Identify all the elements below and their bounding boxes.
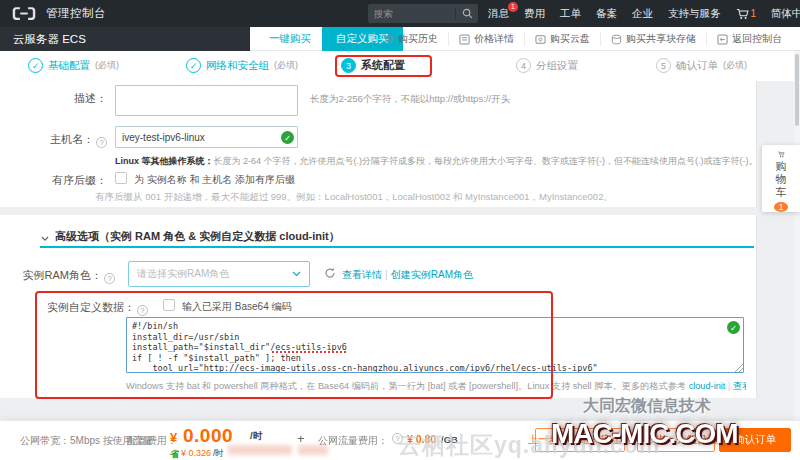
hostname-hint: 长度为 2-64 个字符，允许使用点号(.)分隔字符成多段，每段允许使用大小写字… <box>214 156 756 166</box>
userdata-label: 实例自定义数据：? <box>0 300 148 316</box>
config-fee-amount: 0.000 <box>183 425 233 447</box>
link-separator: | <box>385 269 388 280</box>
advanced-section-title[interactable]: 高级选项（实例 RAM 角色 & 实例自定义数据 cloud-init） <box>55 229 340 244</box>
nav-support[interactable]: 支持与服务 <box>668 7 721 21</box>
step-label: 系统配置 <box>361 58 405 73</box>
wizard-steps: ✓ 基础配置 (必填) ✓ 网络和安全组 (必填) 3 系统配置 4 分组设置 … <box>0 51 800 81</box>
link-label: 购买共享块存储 <box>626 32 696 46</box>
step-label: 确认订单 <box>676 59 718 73</box>
traffic-fee-label: 公网流量费用： <box>318 434 388 448</box>
currency-symbol: ¥ <box>170 430 177 445</box>
step-system-config[interactable]: 3 系统配置 <box>341 58 405 73</box>
save-tag: 省 <box>170 448 179 460</box>
system-config-card: 描述： 长度为2-256个字符，不能以http://或https://开头 主机… <box>0 81 757 207</box>
spellcheck-underline <box>272 351 348 353</box>
base64-checkbox[interactable] <box>163 299 175 311</box>
hostname-label: 主机名：? <box>0 132 107 148</box>
nav-messages-label: 消息 <box>488 7 509 19</box>
ram-links: 查看详情 | 创建实例RAM角色 <box>342 268 473 282</box>
header-links: 购买历史 价格详情 购买云盘 购买共享块存储 返回控制台 <box>372 27 792 51</box>
help-icon[interactable]: ? <box>392 433 403 444</box>
next-step-button[interactable]: 下一步：分组设置 <box>637 428 715 452</box>
step-network-security[interactable]: ✓ 网络和安全组 (必填) <box>186 58 298 73</box>
link-buy-shared-storage[interactable]: 购买共享块存储 <box>601 32 707 46</box>
view-details-link[interactable]: 查看详情 <box>733 381 746 391</box>
aliyun-logo-icon[interactable] <box>12 6 36 21</box>
cart-side-tab[interactable]: 购物车 1 <box>762 145 800 212</box>
link-price-details[interactable]: 价格详情 <box>449 32 525 46</box>
section-underline <box>40 246 754 248</box>
step-done-check-icon: ✓ <box>28 58 43 73</box>
cart-icon <box>772 151 791 158</box>
watermark-company: 大同宏微信息技术 <box>583 396 711 417</box>
ordered-suffix-text: 为 实例名称 和 主机名 添加有序后缀 <box>134 173 295 187</box>
price-doc-icon <box>459 34 470 45</box>
step-required-tag: (必填) <box>723 59 747 72</box>
back-arrow-icon <box>717 34 728 45</box>
ram-view-details-link[interactable]: 查看详情 <box>342 269 382 280</box>
description-hint: 长度为2-256个字符，不能以http://或https://开头 <box>310 93 510 106</box>
userdata-hint: Windows 支持 bat 和 powershell 两种格式，在 Base6… <box>126 381 689 391</box>
topbar: 管理控制台 消息 1 费用 工单 备案 企业 支持与服务 1 简体中文 <box>0 0 800 27</box>
step-required-tag: (必填) <box>274 59 298 72</box>
nav-billing[interactable]: 费用 <box>524 7 545 21</box>
ram-role-select[interactable]: 请选择实例RAM角色 <box>128 261 310 287</box>
step-grouping[interactable]: 4 分组设置 <box>516 58 578 73</box>
step-done-check-icon: ✓ <box>186 58 201 73</box>
step-number: 5 <box>656 58 671 73</box>
ordered-suffix-checkbox[interactable] <box>115 172 127 184</box>
advanced-options-card: 高级选项（实例 RAM 角色 & 实例自定义数据 cloud-init） 实例R… <box>0 215 757 398</box>
help-icon[interactable]: ? <box>96 137 107 148</box>
nav-tickets[interactable]: 工单 <box>560 7 581 21</box>
history-cart-icon <box>382 34 394 45</box>
step-number: 4 <box>516 58 531 73</box>
topbar-nav: 消息 1 费用 工单 备案 企业 支持与服务 1 简体中文 <box>488 0 800 27</box>
step-required-tag: (必填) <box>95 59 119 72</box>
ram-role-label: 实例RAM角色：? <box>0 268 115 284</box>
nav-enterprise[interactable]: 企业 <box>632 7 653 21</box>
help-icon[interactable]: ? <box>137 305 148 316</box>
step-label: 基础配置 <box>48 59 90 73</box>
hostname-input[interactable] <box>115 126 298 148</box>
description-label: 描述： <box>0 91 107 106</box>
link-label: 购买云盘 <box>550 32 590 46</box>
ram-create-role-link[interactable]: 创建实例RAM角色 <box>391 269 473 280</box>
description-textarea[interactable] <box>115 85 298 116</box>
disk-icon <box>535 34 546 45</box>
search-icon[interactable] <box>456 8 478 19</box>
topbar-cart-button[interactable]: 1 <box>736 8 757 20</box>
shared-storage-icon <box>611 34 622 45</box>
link-buy-disk[interactable]: 购买云盘 <box>525 32 601 46</box>
collapse-chevron-icon[interactable] <box>41 232 49 244</box>
per-hour-unit: /时 <box>250 430 262 443</box>
confirm-order-button[interactable]: 确认订单 <box>719 428 791 452</box>
search-input[interactable] <box>368 8 455 19</box>
scrollbar-thumb[interactable] <box>795 54 799 126</box>
base64-checkbox-text: 输入已采用 Base64 编码 <box>182 300 291 314</box>
ram-role-placeholder: 请选择实例RAM角色 <box>137 267 229 281</box>
topbar-cart-count: 1 <box>751 8 757 19</box>
cloud-init-link[interactable]: cloud-init <box>689 381 726 391</box>
ordered-suffix-hint: 有序后缀从 001 开始递增，最大不能超过 999。例如：LocalHost00… <box>95 191 613 204</box>
per-gb-unit: /GB <box>441 434 458 445</box>
refresh-icon[interactable] <box>324 267 336 281</box>
cart-tab-badge: 1 <box>774 202 788 212</box>
nav-icp[interactable]: 备案 <box>596 7 617 21</box>
prev-step-button[interactable]: 上一步：网络和安全组 <box>535 428 625 452</box>
nav-messages[interactable]: 消息 1 <box>488 7 509 21</box>
ordered-suffix-label: 有序后缀： <box>0 173 107 188</box>
valid-check-icon: ✓ <box>727 321 740 334</box>
link-purchase-history[interactable]: 购买历史 <box>372 32 449 46</box>
help-icon[interactable]: ? <box>104 273 115 284</box>
link-label: 购买历史 <box>398 32 438 46</box>
step-confirm-order[interactable]: 5 确认订单 (必填) <box>656 58 747 73</box>
tab-quick-buy[interactable]: 一键购买 <box>255 27 325 51</box>
step-basic-config[interactable]: ✓ 基础配置 (必填) <box>28 58 119 73</box>
link-back-console[interactable]: 返回控制台 <box>707 32 792 46</box>
resize-grip[interactable] <box>735 364 743 372</box>
language-switcher[interactable]: 简体中文 <box>771 7 800 21</box>
global-search[interactable] <box>368 4 478 23</box>
step-label: 网络和安全组 <box>206 59 269 73</box>
userdata-textarea[interactable]: #!/bin/sh install_dir=/usr/sbin install_… <box>126 317 744 373</box>
save-amount: ¥ 0.326 <box>181 448 211 458</box>
